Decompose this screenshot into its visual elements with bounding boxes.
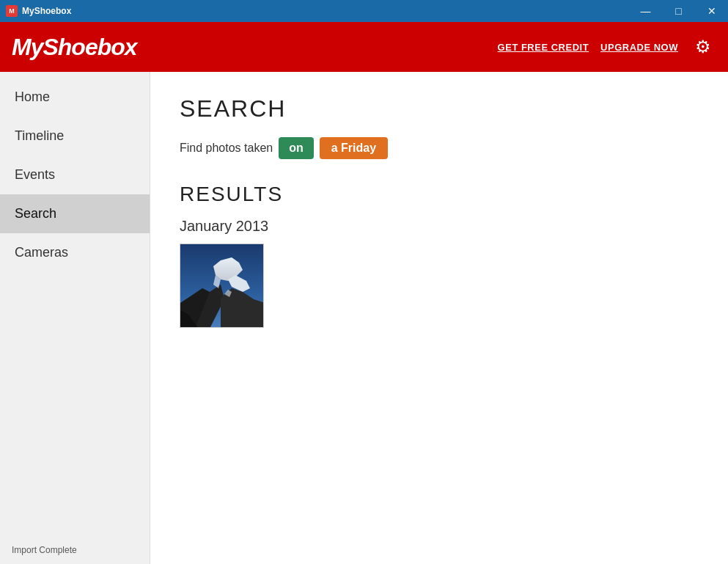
month-label: January 2013: [180, 218, 699, 235]
header-actions: GET FREE CREDIT UPGRADE NOW ⚙: [498, 34, 716, 60]
results-heading: RESULTS: [180, 183, 699, 206]
sidebar-item-events[interactable]: Events: [0, 155, 150, 194]
photo-thumbnail[interactable]: [180, 243, 264, 328]
window-title-text: MyShoebox: [22, 6, 71, 16]
find-photos-text: Find photos taken: [180, 142, 273, 155]
on-badge[interactable]: on: [279, 137, 314, 159]
app-header: MyShoebox GET FREE CREDIT UPGRADE NOW ⚙: [0, 22, 728, 72]
get-free-credit-link[interactable]: GET FREE CREDIT: [498, 42, 589, 53]
sidebar-item-cameras[interactable]: Cameras: [0, 233, 150, 272]
window-controls: — □ ✕: [629, 0, 728, 22]
sidebar-item-home[interactable]: Home: [0, 78, 150, 117]
sidebar-nav: Home Timeline Events Search Cameras: [0, 72, 150, 272]
sidebar: Home Timeline Events Search Cameras Impo…: [0, 72, 150, 564]
sidebar-item-search[interactable]: Search: [0, 194, 150, 233]
app-logo: MyShoebox: [12, 34, 137, 61]
window-chrome: M MyShoebox — □ ✕: [0, 0, 728, 22]
maximize-button[interactable]: □: [662, 0, 695, 22]
search-heading: SEARCH: [180, 95, 699, 122]
logo-text: My: [12, 34, 43, 60]
sidebar-item-timeline[interactable]: Timeline: [0, 117, 150, 155]
content-area: SEARCH Find photos taken on a Friday RES…: [150, 72, 728, 564]
app-icon: M: [6, 5, 18, 17]
logo-text-2: Shoebox: [43, 34, 136, 60]
photo-grid: [180, 243, 699, 328]
upgrade-now-link[interactable]: UPGRADE NOW: [600, 42, 678, 53]
day-badge[interactable]: a Friday: [320, 137, 388, 159]
main-area: Home Timeline Events Search Cameras Impo…: [0, 72, 728, 564]
minimize-button[interactable]: —: [629, 0, 662, 22]
sidebar-footer: Import Complete: [0, 536, 150, 564]
photo-svg: [180, 244, 264, 328]
app-container: MyShoebox GET FREE CREDIT UPGRADE NOW ⚙ …: [0, 22, 728, 564]
search-filter-row: Find photos taken on a Friday: [180, 137, 699, 159]
settings-button[interactable]: ⚙: [690, 34, 716, 60]
close-button[interactable]: ✕: [695, 0, 728, 22]
window-title: M MyShoebox: [6, 5, 71, 17]
